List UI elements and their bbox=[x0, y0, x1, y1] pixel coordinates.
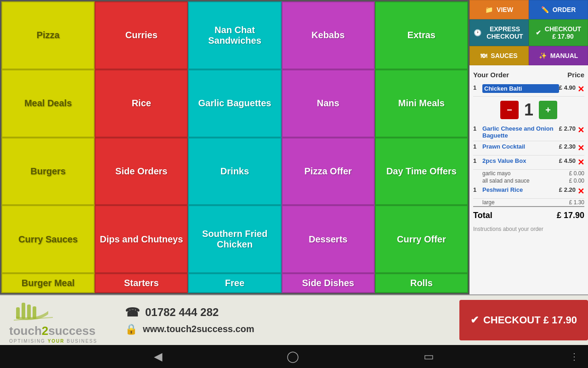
order-button[interactable]: ✏️ ORDER bbox=[529, 0, 588, 19]
phone-icon: ☎ bbox=[125, 305, 140, 320]
logo-section: touch2success OPTIMISING YOUR BUSINESS bbox=[9, 297, 97, 344]
item-name: Peshwari Rice bbox=[482, 186, 559, 193]
order-header: Your Order Price bbox=[473, 69, 584, 82]
order-panel: Your Order Price 1 Chicken Balti £ 4.90 … bbox=[469, 65, 588, 294]
sidebar: 📁 VIEW ✏️ ORDER 🕐 EXPRESS CHECKOUT ✔ CHE… bbox=[469, 0, 588, 294]
menu-cell-curry-sauces[interactable]: Curry Sauces bbox=[1, 205, 95, 273]
menu-cell-nans[interactable]: Nans bbox=[282, 69, 375, 138]
item-price: £ 2.70 bbox=[559, 125, 576, 132]
item-name: Garlic Cheese and Onion Baguette bbox=[482, 125, 559, 139]
item-name: Prawn Cocktail bbox=[482, 143, 559, 150]
checkmark-icon: ✔ bbox=[536, 29, 541, 36]
contact-section: ☎ 01782 444 282 🔒 www.touch2success.com bbox=[125, 305, 254, 335]
menu-cell-free[interactable]: Free bbox=[188, 273, 281, 293]
folder-icon: 📁 bbox=[485, 6, 493, 13]
menu-cell-curry-offer[interactable]: Curry Offer bbox=[375, 205, 468, 273]
delete-icon[interactable]: ✕ bbox=[577, 143, 584, 153]
order-item-peshwari-rice: 1 Peshwari Rice £ 2.20 ✕ bbox=[473, 184, 584, 199]
manual-icon: ✨ bbox=[539, 52, 547, 59]
clock-icon: 🕐 bbox=[474, 29, 481, 36]
sauces-button[interactable]: 🍽 SAUCES bbox=[469, 46, 529, 65]
checkout-label-amount: CHECKOUT£ 17.90 bbox=[545, 25, 581, 40]
sauces-icon: 🍽 bbox=[481, 52, 487, 59]
recents-button[interactable]: ▭ bbox=[424, 350, 434, 363]
manual-button[interactable]: ✨ MANUAL bbox=[529, 46, 588, 65]
menu-cell-meal-deals[interactable]: Meal Deals bbox=[1, 69, 95, 138]
total-label: Total bbox=[473, 211, 492, 220]
view-button[interactable]: 📁 VIEW bbox=[469, 0, 529, 19]
phone-number: 01782 444 282 bbox=[145, 306, 219, 319]
qty-display: 1 bbox=[524, 100, 533, 120]
menu-cell-rolls[interactable]: Rolls bbox=[375, 273, 468, 293]
sauces-label: SAUCES bbox=[491, 52, 517, 59]
menu-cell-mini-meals[interactable]: Mini Meals bbox=[375, 69, 468, 138]
qty-plus-button[interactable]: + bbox=[539, 101, 557, 119]
subitem-label: garlic mayo bbox=[482, 170, 510, 177]
menu-cell-curries[interactable]: Curries bbox=[95, 1, 188, 69]
qty-controls: − 1 + bbox=[473, 97, 584, 123]
menu-cell-side-orders[interactable]: Side Orders bbox=[95, 138, 188, 206]
menu-cell-side-dishes[interactable]: Side Dishes bbox=[282, 273, 375, 293]
website-row: 🔒 www.touch2success.com bbox=[125, 323, 254, 335]
back-button[interactable]: ◀ bbox=[154, 350, 162, 363]
order-label: ORDER bbox=[553, 6, 576, 13]
menu-cell-burgers[interactable]: Burgers bbox=[1, 138, 95, 206]
svg-rect-1 bbox=[22, 303, 25, 319]
main-content: Pizza Curries Nan Chat Sandwiches Kebabs… bbox=[0, 0, 588, 294]
express-checkout-label: EXPRESS CHECKOUT bbox=[485, 25, 525, 40]
menu-cell-nan-chat-sandwiches[interactable]: Nan Chat Sandwiches bbox=[188, 1, 281, 69]
subitem-price: £ 0.00 bbox=[569, 170, 584, 177]
item-qty: 1 bbox=[473, 84, 482, 91]
item-name[interactable]: Chicken Balti bbox=[482, 84, 559, 93]
phone-row: ☎ 01782 444 282 bbox=[125, 305, 254, 320]
subitem-large: large £ 1.30 bbox=[473, 199, 584, 206]
subitem-label: large bbox=[482, 199, 495, 206]
checkout-button[interactable]: ✔ CHECKOUT£ 17.90 bbox=[529, 19, 588, 46]
order-instructions[interactable]: Instructions about your order bbox=[473, 224, 584, 234]
total-amount: £ 17.90 bbox=[557, 211, 584, 220]
subitem-garlic-mayo: garlic mayo £ 0.00 bbox=[473, 170, 584, 177]
item-price: £ 2.20 bbox=[559, 186, 576, 193]
delete-icon[interactable]: ✕ bbox=[577, 84, 584, 94]
menu-cell-starters[interactable]: Starters bbox=[95, 273, 188, 293]
delete-icon[interactable]: ✕ bbox=[577, 186, 584, 196]
menu-cell-extras[interactable]: Extras bbox=[375, 1, 468, 69]
menu-cell-pizza[interactable]: Pizza bbox=[1, 1, 95, 69]
delete-icon[interactable]: ✕ bbox=[577, 157, 584, 167]
delete-icon[interactable]: ✕ bbox=[577, 125, 584, 135]
subitem-price: £ 1.30 bbox=[569, 199, 584, 206]
item-name: 2pcs Value Box bbox=[482, 157, 559, 164]
menu-cell-dips-chutneys[interactable]: Dips and Chutneys bbox=[95, 205, 188, 273]
item-qty: 1 bbox=[473, 186, 482, 193]
item-qty: 1 bbox=[473, 125, 482, 132]
logo-svg bbox=[11, 298, 62, 323]
qty-minus-button[interactable]: − bbox=[500, 101, 519, 119]
bottom-bar: touch2success OPTIMISING YOUR BUSINESS ☎… bbox=[0, 294, 588, 345]
home-button[interactable]: ◯ bbox=[287, 350, 299, 363]
menu-cell-southern-fried-chicken[interactable]: Southern Fried Chicken bbox=[188, 205, 281, 273]
item-price: £ 4.50 bbox=[559, 157, 576, 164]
menu-cell-day-time-offers[interactable]: Day Time Offers bbox=[375, 138, 468, 206]
menu-cell-drinks[interactable]: Drinks bbox=[188, 138, 281, 206]
express-checkout-button[interactable]: 🕐 EXPRESS CHECKOUT bbox=[469, 19, 529, 46]
item-price: £ 4.90 bbox=[559, 84, 576, 91]
menu-cell-rice[interactable]: Rice bbox=[95, 69, 188, 138]
menu-cell-burger-meal[interactable]: Burger Meal bbox=[1, 273, 95, 293]
android-nav: ◀ ◯ ▭ ⋮ bbox=[0, 345, 588, 368]
logo-tagline: OPTIMISING YOUR BUSINESS bbox=[9, 339, 97, 344]
checkout-bottom-button[interactable]: ✔ CHECKOUT £ 17.90 bbox=[459, 300, 588, 340]
menu-cell-pizza-offer[interactable]: Pizza Offer bbox=[282, 138, 375, 206]
menu-cell-garlic-baguettes[interactable]: Garlic Baguettes bbox=[188, 69, 281, 138]
menu-cell-kebabs[interactable]: Kebabs bbox=[282, 1, 375, 69]
menu-cell-desserts[interactable]: Desserts bbox=[282, 205, 375, 273]
order-item-chicken-balti: 1 Chicken Balti £ 4.90 ✕ bbox=[473, 82, 584, 97]
checkout-checkmark-icon: ✔ bbox=[470, 314, 479, 326]
logo-text: touch2success bbox=[9, 324, 96, 338]
nav-dots[interactable]: ⋮ bbox=[570, 351, 579, 362]
order-item-prawn-cocktail: 1 Prawn Cocktail £ 2.30 ✕ bbox=[473, 141, 584, 155]
subitem-label: all salad and sauce bbox=[482, 178, 530, 184]
menu-grid: Pizza Curries Nan Chat Sandwiches Kebabs… bbox=[0, 0, 469, 294]
logo-icon bbox=[9, 297, 64, 324]
website-url: www.touch2success.com bbox=[143, 324, 254, 334]
app: Pizza Curries Nan Chat Sandwiches Kebabs… bbox=[0, 0, 588, 368]
